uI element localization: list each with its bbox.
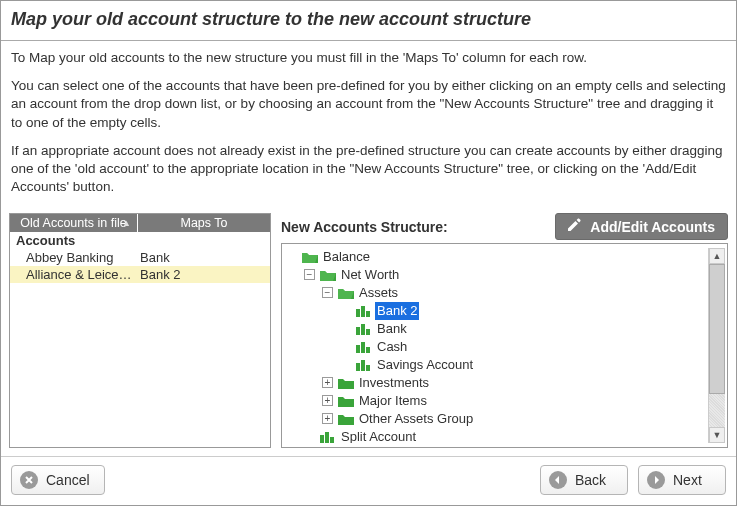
- svg-rect-9: [356, 363, 360, 371]
- account-leaf-icon: [356, 359, 370, 371]
- svg-rect-1: [361, 306, 365, 317]
- old-accounts-table: Old Accounts in file ▲ Maps To Accounts …: [9, 213, 271, 448]
- add-edit-accounts-label: Add/Edit Accounts: [590, 219, 715, 235]
- expander-none: [286, 251, 297, 262]
- page-title: Map your old account structure to the ne…: [1, 1, 736, 41]
- tree-node-other-assets[interactable]: + Other Assets Group: [322, 410, 708, 428]
- scroll-up-icon[interactable]: ▲: [709, 248, 725, 264]
- svg-rect-12: [320, 435, 324, 443]
- scroll-down-icon[interactable]: ▼: [709, 427, 725, 443]
- svg-rect-3: [356, 327, 360, 335]
- expand-icon[interactable]: +: [322, 395, 333, 406]
- maps-to-cell[interactable]: Bank: [138, 249, 270, 266]
- old-account-cell: Abbey Banking: [10, 249, 138, 266]
- tree-node-savings[interactable]: Savings Account: [340, 356, 708, 374]
- collapse-icon[interactable]: −: [304, 269, 315, 280]
- arrow-left-icon: [549, 471, 567, 489]
- old-account-cell: Alliance & Leice…: [10, 266, 138, 283]
- arrow-right-icon: [647, 471, 665, 489]
- expand-icon[interactable]: +: [322, 413, 333, 424]
- svg-rect-8: [366, 347, 370, 353]
- account-leaf-icon: [356, 305, 370, 317]
- folder-open-icon: [320, 269, 336, 281]
- svg-rect-2: [366, 311, 370, 317]
- wizard-dialog: Map your old account structure to the ne…: [0, 0, 737, 506]
- svg-rect-4: [361, 324, 365, 335]
- account-leaf-icon: [356, 323, 370, 335]
- accounts-tree: Balance − Net Worth: [281, 243, 728, 448]
- tree-node-balance[interactable]: Balance − Net Worth: [286, 248, 708, 443]
- tree-node-bank[interactable]: Bank: [340, 320, 708, 338]
- add-edit-accounts-button[interactable]: Add/Edit Accounts: [555, 213, 728, 240]
- svg-rect-10: [361, 360, 365, 371]
- intro-p1: To Map your old accounts to the new stru…: [11, 49, 726, 67]
- back-button[interactable]: Back: [540, 465, 628, 495]
- svg-rect-7: [361, 342, 365, 353]
- svg-rect-13: [325, 432, 329, 443]
- folder-open-icon: [302, 251, 318, 263]
- tree-node-bank2[interactable]: Bank 2: [340, 302, 708, 320]
- collapse-icon[interactable]: −: [322, 287, 333, 298]
- folder-open-icon: [338, 287, 354, 299]
- sort-arrow-icon: ▲: [122, 218, 131, 228]
- intro-p3: If an appropriate account does not alrea…: [11, 142, 726, 197]
- folder-icon: [338, 395, 354, 407]
- tree-node-label-selected: Bank 2: [375, 302, 419, 320]
- table-row[interactable]: Alliance & Leice… Bank 2: [10, 266, 270, 283]
- folder-icon: [338, 413, 354, 425]
- tree-node-assets[interactable]: − Assets: [322, 284, 708, 374]
- svg-rect-14: [330, 437, 334, 443]
- cancel-button[interactable]: Cancel: [11, 465, 105, 495]
- svg-rect-11: [366, 365, 370, 371]
- intro-text: To Map your old accounts to the new stru…: [1, 41, 736, 207]
- vertical-scrollbar[interactable]: ▲ ▼: [708, 248, 725, 443]
- tree-node-net-worth[interactable]: − Net Worth −: [304, 266, 708, 428]
- tree-node-split-account[interactable]: Split Account: [304, 428, 708, 443]
- next-button[interactable]: Next: [638, 465, 726, 495]
- table-row[interactable]: Abbey Banking Bank: [10, 249, 270, 266]
- account-leaf-icon: [320, 431, 334, 443]
- column-header-maps-to[interactable]: Maps To: [138, 214, 270, 232]
- cancel-icon: [20, 471, 38, 489]
- intro-p2: You can select one of the accounts that …: [11, 77, 726, 132]
- svg-rect-6: [356, 345, 360, 353]
- pencil-icon: [566, 217, 582, 236]
- tree-node-cash[interactable]: Cash: [340, 338, 708, 356]
- expand-icon[interactable]: +: [322, 377, 333, 388]
- scroll-thumb[interactable]: [709, 264, 725, 394]
- column-header-old-accounts[interactable]: Old Accounts in file ▲: [10, 214, 138, 232]
- folder-icon: [338, 377, 354, 389]
- account-leaf-icon: [356, 341, 370, 353]
- table-group-row: Accounts: [10, 232, 270, 249]
- svg-rect-0: [356, 309, 360, 317]
- tree-title: New Accounts Structure:: [281, 219, 547, 235]
- svg-rect-5: [366, 329, 370, 335]
- maps-to-cell[interactable]: Bank 2: [138, 266, 270, 283]
- tree-node-investments[interactable]: + Investments: [322, 374, 708, 392]
- tree-node-major-items[interactable]: + Major Items: [322, 392, 708, 410]
